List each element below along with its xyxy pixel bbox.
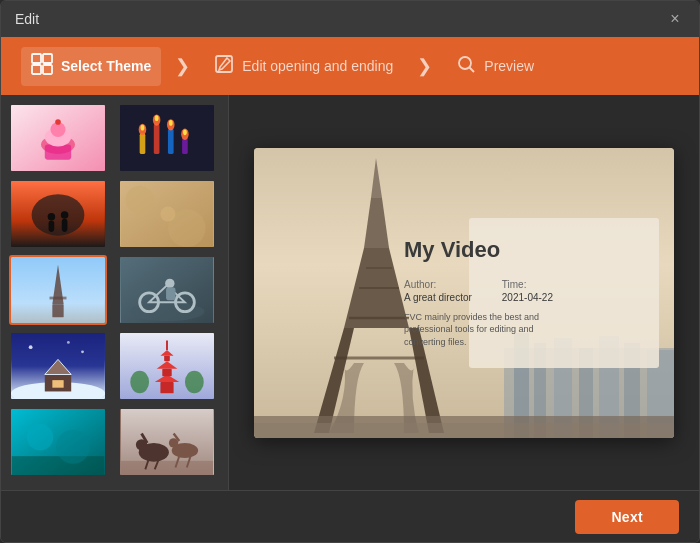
footer: Next [1, 490, 699, 542]
theme-thumb-4[interactable] [118, 179, 216, 249]
svg-rect-2 [32, 65, 41, 74]
svg-point-55 [67, 341, 70, 344]
svg-rect-59 [162, 369, 171, 377]
theme-icon [31, 53, 53, 80]
theme-thumb-1[interactable] [9, 103, 107, 173]
time-col: Time: 2021-04-22 [502, 279, 553, 303]
svg-point-12 [55, 119, 61, 125]
edit-window: Edit × Select Theme ❯ E [0, 0, 700, 543]
svg-point-45 [165, 279, 174, 288]
theme-thumb-2[interactable] [118, 103, 216, 173]
svg-point-22 [168, 120, 172, 126]
step-edit-label: Edit opening and ending [242, 58, 393, 74]
theme-thumb-8[interactable] [118, 331, 216, 401]
svg-point-30 [61, 211, 69, 219]
svg-rect-9 [45, 145, 71, 160]
svg-rect-71 [120, 461, 212, 475]
theme-thumb-5[interactable] [9, 255, 107, 325]
author-label: Author: [404, 279, 472, 290]
svg-rect-14 [139, 133, 145, 154]
edit-icon [214, 54, 234, 79]
theme-thumb-10[interactable] [118, 407, 216, 477]
svg-point-19 [154, 115, 158, 121]
svg-rect-31 [62, 219, 68, 232]
svg-line-6 [470, 67, 475, 72]
svg-point-64 [130, 371, 149, 394]
svg-rect-1 [43, 54, 52, 63]
preview-video-title: My Video [284, 237, 644, 263]
theme-thumb-7[interactable] [9, 331, 107, 401]
svg-rect-13 [120, 105, 212, 171]
step-select-theme[interactable]: Select Theme [21, 47, 161, 86]
preview-overlay: My Video Author: A great director Time: … [254, 148, 674, 438]
svg-point-16 [140, 125, 144, 131]
step-arrow-2: ❯ [417, 55, 432, 77]
step-bar: Select Theme ❯ Edit opening and ending ❯… [1, 37, 699, 95]
svg-point-35 [160, 206, 175, 221]
theme-list [1, 95, 229, 490]
svg-rect-23 [182, 138, 188, 154]
svg-rect-51 [52, 380, 63, 388]
title-bar: Edit × [1, 1, 699, 37]
author-col: Author: A great director [404, 279, 472, 303]
main-content: My Video Author: A great director Time: … [1, 95, 699, 490]
svg-point-54 [81, 350, 84, 353]
svg-point-53 [29, 345, 33, 349]
preview-icon [456, 54, 476, 79]
theme-thumb-3[interactable] [9, 179, 107, 249]
theme-thumb-6[interactable] [118, 255, 216, 325]
svg-point-65 [184, 371, 203, 394]
step-edit-opening[interactable]: Edit opening and ending [204, 48, 403, 85]
preview-area: My Video Author: A great director Time: … [229, 95, 699, 490]
author-value: A great director [404, 292, 472, 303]
svg-point-28 [48, 213, 56, 221]
svg-point-69 [56, 430, 90, 464]
step-preview-label: Preview [484, 58, 534, 74]
svg-point-33 [125, 186, 153, 214]
svg-rect-0 [32, 54, 41, 63]
svg-rect-38 [52, 304, 63, 317]
svg-rect-61 [164, 356, 170, 362]
next-button[interactable]: Next [575, 500, 679, 534]
step-theme-label: Select Theme [61, 58, 151, 74]
svg-point-25 [183, 130, 187, 136]
svg-rect-67 [12, 456, 104, 475]
svg-rect-57 [160, 382, 173, 393]
theme-thumb-9[interactable] [9, 407, 107, 477]
preview-meta: Author: A great director Time: 2021-04-2… [284, 279, 644, 303]
svg-rect-17 [153, 124, 159, 154]
svg-rect-20 [167, 129, 173, 154]
preview-card: My Video Author: A great director Time: … [254, 148, 674, 438]
svg-point-27 [32, 194, 85, 235]
svg-point-5 [459, 57, 471, 69]
preview-description: FVC mainly provides the best and profess… [284, 311, 564, 349]
svg-point-68 [27, 424, 53, 450]
step-preview[interactable]: Preview [446, 48, 544, 85]
window-title: Edit [15, 11, 39, 27]
time-label: Time: [502, 279, 553, 290]
close-button[interactable]: × [665, 9, 685, 29]
step-arrow-1: ❯ [175, 55, 190, 77]
svg-rect-29 [49, 221, 55, 232]
time-value: 2021-04-22 [502, 292, 553, 303]
svg-rect-46 [166, 287, 175, 300]
svg-rect-3 [43, 65, 52, 74]
svg-rect-39 [50, 297, 67, 300]
